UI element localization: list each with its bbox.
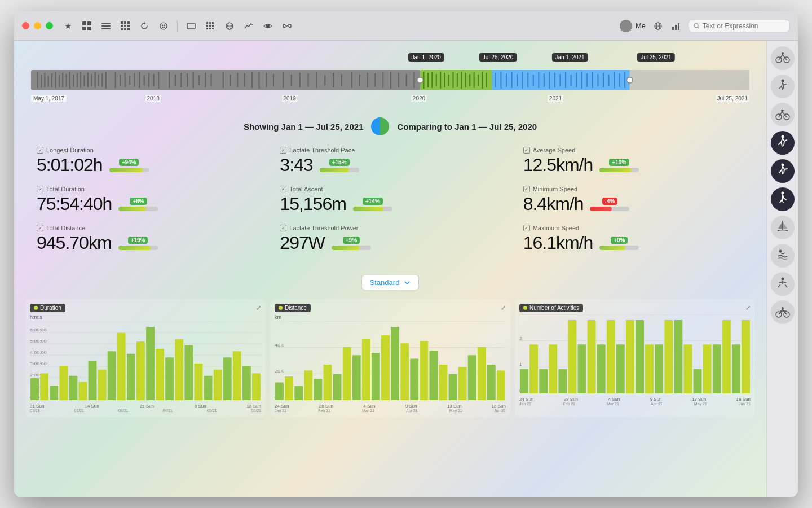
svg-rect-174 — [89, 361, 97, 400]
svg-point-33 — [624, 22, 628, 27]
range-circle — [371, 117, 389, 135]
grid-small-icon[interactable] — [120, 20, 131, 32]
minimize-button[interactable] — [34, 22, 41, 29]
chart-dot-2 — [523, 306, 527, 310]
svg-rect-190 — [242, 366, 251, 400]
svg-rect-81 — [198, 75, 200, 85]
svg-rect-204 — [314, 379, 322, 400]
svg-rect-206 — [333, 374, 342, 400]
globe-small-icon[interactable] — [652, 20, 664, 32]
stat-bar-8 — [599, 246, 639, 250]
user-label: Me — [636, 21, 646, 30]
stat-item-8: ✓ Maximum Speed 16.1km/h +0% — [523, 225, 744, 253]
svg-rect-200 — [275, 383, 284, 400]
stat-label-text-2: Average Speed — [533, 147, 576, 154]
emoji-icon[interactable] — [158, 20, 169, 32]
list-icon[interactable] — [100, 20, 112, 32]
sidebar-activity-4[interactable] — [771, 159, 795, 183]
svg-rect-126 — [500, 72, 501, 89]
svg-rect-182 — [165, 357, 174, 400]
x-sublabel: Jan 21 — [275, 409, 286, 413]
sidebar-activity-2[interactable] — [771, 103, 795, 126]
svg-rect-6 — [102, 28, 111, 29]
grid-dots-icon[interactable] — [205, 20, 216, 32]
x-sublabel: May 21 — [694, 402, 707, 406]
stat-value-2: 12.5km/h — [523, 155, 593, 176]
timeline-dates: May 1, 2017 2018 2019 2020 2021 Jul 25, … — [31, 95, 749, 106]
expand-icon-0[interactable]: ⤢ — [256, 304, 261, 312]
fullscreen-button[interactable] — [46, 22, 53, 29]
svg-rect-69 — [129, 76, 130, 85]
svg-point-17 — [162, 25, 163, 26]
svg-rect-175 — [98, 370, 107, 400]
svg-rect-22 — [212, 22, 214, 24]
star-icon[interactable]: ★ — [62, 20, 73, 32]
refresh-icon[interactable] — [139, 20, 150, 32]
chart-x-sublabels-0: 01/2102/2103/2104/2105/2106/21 — [30, 409, 261, 413]
stat-bar-6 — [118, 246, 158, 250]
sidebar-activity-1[interactable] — [771, 75, 795, 98]
svg-rect-25 — [212, 25, 214, 27]
chart-line-icon[interactable] — [243, 20, 254, 32]
chart-unit-0: h:m:s — [30, 314, 261, 320]
x-label: 9 Sun — [405, 404, 417, 409]
bar-chart-icon[interactable] — [670, 20, 682, 32]
svg-rect-95 — [307, 73, 308, 87]
stat-checkbox-4[interactable]: ✓ — [280, 186, 286, 192]
svg-rect-121 — [474, 72, 475, 88]
stat-checkbox-3[interactable]: ✓ — [37, 186, 43, 192]
expand-icon-2[interactable]: ⤢ — [745, 304, 751, 312]
svg-rect-136 — [554, 73, 555, 87]
svg-rect-123 — [482, 72, 483, 89]
expand-icon-1[interactable]: ⤢ — [501, 304, 506, 312]
stat-checkbox-6[interactable]: ✓ — [37, 225, 43, 231]
svg-rect-74 — [153, 74, 155, 86]
eye-icon[interactable] — [262, 20, 273, 32]
x-sublabel: 01/21 — [30, 409, 40, 413]
search-box[interactable] — [689, 20, 790, 32]
dropdown-label: Standard — [370, 278, 400, 287]
sidebar-activity-5[interactable] — [771, 187, 795, 211]
svg-rect-185 — [195, 364, 203, 400]
sidebar-activity-8[interactable] — [771, 272, 795, 296]
timeline-bar[interactable] — [31, 70, 749, 93]
rectangle-icon[interactable] — [186, 20, 197, 32]
svg-rect-255 — [742, 320, 750, 393]
stat-checkbox-8[interactable]: ✓ — [523, 225, 530, 231]
svg-text:40.0: 40.0 — [275, 342, 285, 347]
svg-rect-103 — [374, 73, 376, 87]
sidebar-activity-0[interactable] — [771, 46, 795, 70]
close-button[interactable] — [22, 22, 29, 29]
svg-rect-93 — [291, 75, 292, 86]
stat-checkbox-1[interactable]: ✓ — [280, 147, 286, 154]
svg-rect-208 — [352, 355, 361, 400]
stat-checkbox-2[interactable]: ✓ — [523, 147, 530, 154]
chart-header-0: Duration ⤢ — [30, 304, 261, 312]
stat-badge-bar-4: +14% — [353, 198, 392, 211]
svg-rect-77 — [175, 75, 176, 86]
globe-icon[interactable] — [224, 20, 235, 32]
stat-label-text-6: Total Distance — [46, 225, 85, 231]
stat-checkbox-7[interactable]: ✓ — [280, 225, 286, 231]
x-label: 24 Sun — [275, 404, 289, 409]
sidebar-activity-3[interactable] — [771, 131, 795, 155]
user-button[interactable]: Me — [620, 20, 646, 32]
sidebar-activity-9[interactable] — [771, 300, 795, 324]
traffic-lights — [22, 22, 53, 29]
stat-label-text-4: Total Ascent — [289, 186, 323, 192]
stat-checkbox-0[interactable]: ✓ — [37, 147, 43, 154]
search-input[interactable] — [703, 22, 785, 30]
sidebar-activity-7[interactable] — [771, 244, 795, 268]
stat-checkbox-5[interactable]: ✓ — [523, 186, 530, 192]
svg-rect-49 — [48, 76, 49, 87]
timeline-svg — [31, 70, 749, 90]
svg-rect-61 — [91, 74, 92, 86]
svg-rect-147 — [614, 72, 615, 89]
svg-rect-58 — [80, 72, 81, 88]
grid-large-icon[interactable] — [81, 20, 92, 32]
svg-rect-144 — [597, 74, 598, 86]
sidebar-activity-6[interactable] — [771, 216, 795, 239]
infinity-icon[interactable] — [281, 20, 293, 32]
svg-rect-191 — [252, 373, 261, 400]
standard-dropdown[interactable]: Standard — [361, 275, 420, 290]
